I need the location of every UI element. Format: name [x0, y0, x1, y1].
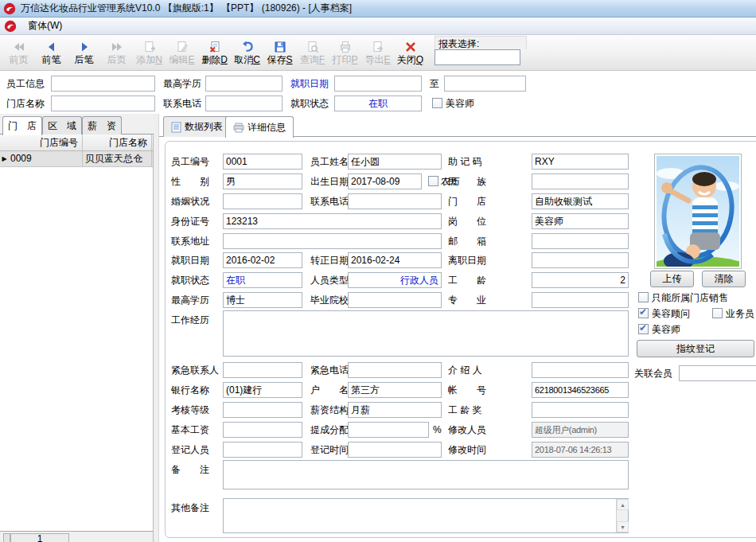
- toolbar-button-close[interactable]: 关闭Q: [394, 37, 427, 69]
- column-header-store-name[interactable]: 门店名称: [83, 135, 152, 150]
- delete-icon: [208, 40, 222, 54]
- commission-field[interactable]: [348, 422, 429, 438]
- salesman-label[interactable]: 业务员: [726, 306, 754, 322]
- tab-data-list[interactable]: 数据列表: [163, 116, 231, 137]
- column-header-store-code[interactable]: 门店编号: [8, 135, 83, 150]
- scroll-up-icon[interactable]: ▲: [617, 499, 629, 510]
- base-salary-field[interactable]: [223, 422, 302, 438]
- consultant-label[interactable]: 美容顾问: [652, 306, 690, 322]
- toolbar-button-first: 前页: [2, 37, 35, 69]
- tab-store[interactable]: 门 店: [2, 116, 42, 135]
- other-remark-scrollbar[interactable]: ▲ ▼: [616, 499, 628, 532]
- leave-date-field[interactable]: [532, 252, 629, 268]
- toolbar-button-save[interactable]: 保存S: [263, 37, 296, 69]
- filter-label-hire-date[interactable]: 就职日期: [290, 76, 329, 92]
- salary-struct-field[interactable]: [348, 402, 442, 418]
- save-icon: [273, 40, 287, 54]
- toolbar-button-next[interactable]: 后笔: [68, 37, 100, 69]
- store-only-checkbox[interactable]: [638, 292, 649, 302]
- lunar-checkbox[interactable]: [428, 176, 438, 186]
- emp-name-field[interactable]: [348, 154, 442, 170]
- filter-education-input[interactable]: [205, 76, 283, 92]
- next-record-icon: [77, 40, 92, 54]
- scroll-down-icon[interactable]: ▼: [617, 521, 629, 532]
- mnemonic-field[interactable]: [532, 154, 629, 170]
- clear-button[interactable]: 清除: [702, 271, 746, 287]
- address-field[interactable]: [223, 233, 442, 249]
- member-link-field[interactable]: [679, 365, 756, 381]
- phone-field[interactable]: [348, 193, 442, 209]
- label-store: 门 店: [448, 193, 486, 209]
- seniority-bonus-field[interactable]: [532, 402, 629, 418]
- position-field[interactable]: [532, 213, 629, 229]
- gender-field[interactable]: [223, 174, 302, 189]
- filter-emp-info-input[interactable]: [51, 76, 155, 92]
- filter-beautician-label[interactable]: 美容师: [446, 96, 474, 111]
- beautician-label[interactable]: 美容师: [652, 322, 680, 337]
- report-select-label: 报表选择:: [435, 36, 527, 49]
- referrer-field[interactable]: [532, 362, 629, 378]
- major-field[interactable]: [532, 292, 629, 308]
- toolbar-button-delete[interactable]: 删除D: [198, 37, 231, 69]
- store-code-cell: 0009: [8, 151, 83, 166]
- email-field[interactable]: [532, 233, 629, 249]
- work-exp-textarea[interactable]: [223, 310, 629, 357]
- seniority-field[interactable]: [532, 272, 629, 288]
- account-name-field[interactable]: [348, 382, 442, 398]
- birth-date-field[interactable]: [348, 174, 422, 189]
- report-select-input[interactable]: [435, 49, 520, 65]
- export-icon: [371, 40, 385, 54]
- regular-date-field[interactable]: [348, 252, 442, 268]
- filter-hire-date-from-input[interactable]: [334, 76, 422, 92]
- toolbar-button-export: 导出E: [361, 37, 394, 69]
- emerg-contact-field[interactable]: [223, 362, 302, 378]
- store-field[interactable]: [532, 193, 629, 209]
- title-bar: 万信达化妆品行业管理系统V10.0 【旗舰版:1】 【PPT】 (180926)…: [0, 0, 756, 18]
- label-seniority: 工 龄: [448, 272, 486, 288]
- toolbar: 前页 前笔 后笔 后页 添加N 编辑E 删除D 取消C: [0, 35, 756, 71]
- panel-splitter[interactable]: [154, 114, 159, 542]
- filter-store-name-input[interactable]: [51, 96, 155, 111]
- store-name-cell: 贝贝蓝天总仓: [83, 151, 152, 166]
- label-emp-name: 员工姓名: [310, 154, 349, 170]
- tab-region[interactable]: 区 域: [42, 116, 82, 135]
- beautician-checkbox[interactable]: [638, 324, 649, 334]
- label-emerg-contact: 紧急联系人: [171, 362, 219, 378]
- toolbar-button-cancel[interactable]: 取消C: [231, 37, 263, 69]
- toolbar-button-prev[interactable]: 前笔: [35, 37, 68, 69]
- bank-name-field[interactable]: [223, 382, 302, 398]
- fingerprint-button[interactable]: 指纹登记: [637, 340, 754, 357]
- filter-status-field[interactable]: [334, 96, 422, 111]
- person-type-field[interactable]: [348, 272, 442, 288]
- other-remark-textarea[interactable]: [223, 498, 629, 533]
- store-grid-header: 门店编号 门店名称: [0, 135, 153, 151]
- store-grid-row[interactable]: ▶ 0009 贝贝蓝天总仓: [0, 151, 153, 167]
- id-card-field[interactable]: [223, 213, 442, 229]
- register-time-field[interactable]: [348, 442, 442, 458]
- education-field[interactable]: [223, 292, 302, 308]
- consultant-checkbox[interactable]: [638, 308, 649, 318]
- ethnicity-field[interactable]: [532, 174, 629, 189]
- school-field[interactable]: [348, 292, 442, 308]
- registrar-field[interactable]: [223, 442, 302, 458]
- list-icon: [171, 122, 181, 133]
- salesman-checkbox[interactable]: [712, 308, 723, 318]
- filter-hire-date-to-input[interactable]: [444, 76, 526, 92]
- upload-button[interactable]: 上传: [650, 271, 694, 287]
- account-no-field[interactable]: [532, 382, 629, 398]
- emp-no-field[interactable]: [223, 154, 302, 170]
- hire-date-field[interactable]: [223, 252, 302, 268]
- remark-textarea[interactable]: [223, 460, 629, 489]
- marital-field[interactable]: [223, 193, 302, 209]
- filter-label-education: 最高学历: [163, 76, 201, 92]
- menu-item-window[interactable]: 窗体(W): [23, 18, 67, 34]
- filter-beautician-checkbox[interactable]: [432, 98, 442, 108]
- grade-field[interactable]: [223, 402, 302, 418]
- filter-phone-input[interactable]: [205, 96, 283, 111]
- store-only-label[interactable]: 只能所属门店销售: [652, 290, 728, 306]
- tab-detail-info[interactable]: 详细信息: [225, 116, 294, 138]
- pager-page-number[interactable]: 1: [10, 533, 69, 542]
- emerg-phone-field[interactable]: [348, 362, 442, 378]
- tab-salary[interactable]: 薪 资: [82, 116, 122, 135]
- status-field[interactable]: [223, 272, 302, 288]
